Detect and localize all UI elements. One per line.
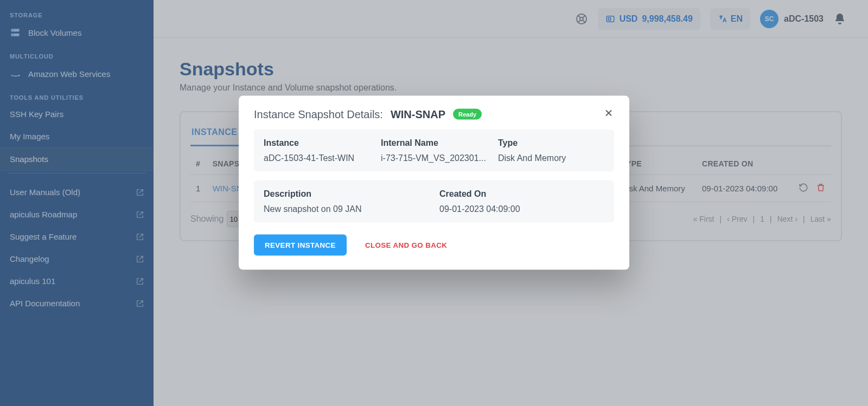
modal-title-prefix: Instance Snapshot Details: <box>254 108 383 120</box>
lbl-internal: Internal Name <box>381 138 487 148</box>
val-internal: i-73-715-VM_VS_202301... <box>381 153 487 163</box>
val-created: 09-01-2023 04:09:00 <box>439 204 604 214</box>
lbl-type: Type <box>498 138 604 148</box>
revert-button[interactable]: REVERT INSTANCE <box>254 235 347 256</box>
modal-snapshot-details: Instance Snapshot Details: WIN-SNAP Read… <box>239 96 629 270</box>
lbl-instance: Instance <box>264 138 370 148</box>
lbl-desc: Description <box>264 189 429 199</box>
lbl-created: Created On <box>439 189 604 199</box>
details-card-2: Description Created On New snapshot on 0… <box>254 181 614 223</box>
modal-title-name: WIN-SNAP <box>391 108 445 120</box>
val-instance: aDC-1503-41-Test-WIN <box>264 153 370 163</box>
close-icon[interactable] <box>603 108 614 121</box>
status-badge: Ready <box>453 109 482 120</box>
details-card-1: Instance Internal Name Type aDC-1503-41-… <box>254 130 614 172</box>
close-button[interactable]: CLOSE AND GO BACK <box>362 241 450 250</box>
val-desc: New snapshot on 09 JAN <box>264 204 429 214</box>
val-type: Disk And Memory <box>498 153 604 163</box>
